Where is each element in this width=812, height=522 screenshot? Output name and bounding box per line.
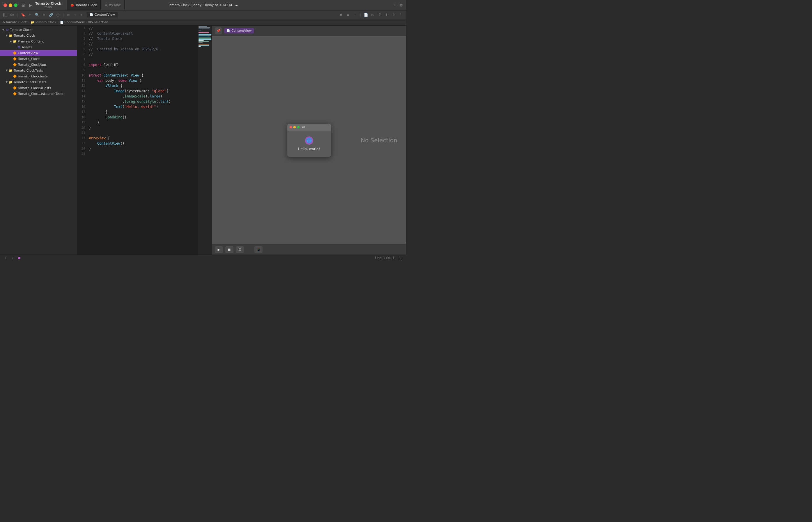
warning-button[interactable]: ⚠ bbox=[27, 12, 33, 18]
device-select-button[interactable]: 📱 bbox=[254, 246, 262, 253]
line-content: // bbox=[87, 52, 198, 57]
search-button[interactable]: 🔍 bbox=[34, 12, 40, 18]
minimap-toggle-button[interactable]: ⊟ bbox=[397, 255, 403, 261]
code-line: 9 bbox=[77, 67, 198, 73]
tab-my-mac[interactable]: 🖥 My Mac bbox=[101, 0, 124, 10]
inspector-toggle-button[interactable]: ⊟ bbox=[352, 12, 358, 18]
split-view-button[interactable]: ⧉ bbox=[400, 3, 402, 7]
code-line: 25 bbox=[77, 151, 198, 157]
bookmark-button[interactable]: 🔖 bbox=[20, 12, 26, 18]
line-number: 18 bbox=[77, 115, 87, 120]
code-line: 22#Preview { bbox=[77, 136, 198, 141]
add-filter-button[interactable]: + bbox=[3, 255, 9, 261]
add-file-button[interactable]: 📄 bbox=[363, 12, 369, 18]
sidebar-item-tomato-clock-folder[interactable]: 📁 Tomato Clock bbox=[0, 33, 77, 38]
compare-button[interactable]: ⇄ bbox=[338, 12, 344, 18]
add-tab-button[interactable]: ＋ bbox=[393, 2, 397, 8]
content-area: 1//2// ContentView.swift3// Tomato Clock… bbox=[77, 26, 406, 255]
globe-icon: 🌐 bbox=[305, 137, 313, 145]
svg-point-6 bbox=[12, 258, 13, 259]
line-number: 19 bbox=[77, 120, 87, 125]
line-number: 1 bbox=[77, 26, 87, 31]
swift-file-bc-icon: 📄 bbox=[60, 21, 63, 24]
line-number: 24 bbox=[77, 146, 87, 151]
preview-bottom-toolbar: ▶ ⏹ ⊞ 📱 bbox=[212, 244, 406, 255]
titlebar: ⊞ ▶ Tomato Clock main 🍅 Tomato Clock 🖥 M… bbox=[0, 0, 406, 11]
sidebar-item-tomato-clock-swift[interactable]: 🔶 Tomato_Clock bbox=[0, 56, 77, 62]
filter-button[interactable] bbox=[11, 255, 16, 261]
info-button[interactable]: ℹ bbox=[384, 12, 390, 18]
sidebar-item-launch-tests[interactable]: 🔶 Tomato_Cloc...tsLaunchTests bbox=[0, 91, 77, 97]
hide-sidebar-button[interactable] bbox=[2, 12, 8, 18]
line-number: 13 bbox=[77, 88, 87, 94]
pin-button[interactable]: 📌 bbox=[215, 27, 222, 34]
device-fullscreen-dot bbox=[297, 126, 299, 128]
sidebar-item-tomato-clock-root[interactable]: ⊙ Tomato Clock bbox=[0, 27, 77, 33]
code-line: 18 .padding() bbox=[77, 115, 198, 120]
diamond-button[interactable]: ◇ bbox=[41, 12, 47, 18]
more-button[interactable]: ⋮ bbox=[398, 12, 404, 18]
sidebar-item-clock-tests[interactable]: 🔶 Tomato_ClockTests bbox=[0, 73, 77, 79]
arrow-icon bbox=[5, 81, 9, 83]
breadcrumb-project[interactable]: ⊙ Tomato Clock bbox=[2, 20, 27, 24]
sidebar-item-assets[interactable]: ⊞ Assets bbox=[0, 44, 77, 50]
view-selector[interactable]: 📄 ContentView bbox=[224, 28, 254, 34]
play-button[interactable]: ▷ bbox=[370, 12, 376, 18]
run-button[interactable]: ▶ bbox=[29, 3, 32, 7]
minimize-button[interactable] bbox=[9, 3, 12, 7]
sidebar-item-label: Preview Content bbox=[18, 40, 77, 43]
line-number: 22 bbox=[77, 136, 87, 141]
tab-label-2: My Mac bbox=[108, 3, 121, 7]
sidebar-item-ui-tests[interactable]: 🔶 Tomato_ClockUITests bbox=[0, 85, 77, 91]
question-button[interactable]: ? bbox=[377, 12, 383, 18]
nav-forward-button[interactable]: › bbox=[79, 12, 84, 18]
sidebar-item-contentview[interactable]: 🔶 ContentView bbox=[0, 50, 77, 56]
nav-back-button[interactable]: ‹ bbox=[72, 12, 78, 18]
view-selector-label: ContentView bbox=[231, 29, 252, 33]
line-number: 12 bbox=[77, 83, 87, 88]
line-col-info: Line: 1 Col: 1 bbox=[375, 256, 394, 260]
play-preview-button[interactable]: ▶ bbox=[215, 246, 223, 253]
shape-button[interactable]: ○ bbox=[55, 12, 61, 18]
code-line: 16 Text("Hello, world!") bbox=[77, 104, 198, 109]
status-bar: + Line: 1 Col: 1 ⊟ bbox=[0, 255, 406, 261]
toolbar-separator-3 bbox=[360, 13, 361, 17]
bc-sep-1: › bbox=[28, 20, 29, 24]
sidebar-item-tomato-clock-app[interactable]: 🔶 Tomato_ClockApp bbox=[0, 62, 77, 67]
show-authors-button[interactable] bbox=[9, 12, 15, 18]
line-content bbox=[87, 57, 198, 62]
fullscreen-button[interactable] bbox=[14, 3, 18, 7]
sidebar-item-tests-folder[interactable]: 📁 Tomato ClockTests bbox=[0, 67, 77, 73]
breadcrumb-file[interactable]: 📄 ContentView bbox=[60, 20, 85, 24]
nav-grid-button[interactable]: ⊞ bbox=[66, 12, 72, 18]
code-line: 11 var body: some View { bbox=[77, 78, 198, 83]
sidebar-item-label: Tomato_ClockTests bbox=[18, 75, 77, 78]
code-line: 21 bbox=[77, 130, 198, 136]
breadcrumb-file-label: ContentView bbox=[64, 20, 85, 24]
open-file-tab[interactable]: 📄 ContentView bbox=[87, 12, 118, 18]
line-content: #Preview { bbox=[87, 136, 198, 141]
swift-icon: 🔶 bbox=[13, 86, 17, 90]
line-content: .foregroundStyle(.tint) bbox=[87, 99, 198, 104]
breadcrumb-folder[interactable]: 📁 Tomato Clock bbox=[31, 20, 56, 24]
sidebar-toggle-icon[interactable]: ⊞ bbox=[20, 2, 26, 9]
pause-preview-button[interactable]: ⏹ bbox=[225, 246, 233, 253]
line-number: 20 bbox=[77, 125, 87, 130]
code-editor[interactable]: 1//2// ContentView.swift3// Tomato Clock… bbox=[77, 26, 198, 255]
line-content: // bbox=[87, 41, 198, 46]
line-number: 17 bbox=[77, 109, 87, 115]
sidebar-item-preview-content[interactable]: 📁 Preview Content bbox=[0, 38, 77, 44]
share-button[interactable]: ↑ bbox=[391, 12, 397, 18]
toolbar: 🔖 ⚠ 🔍 ◇ 🔗 ○ ⊞ ‹ › 📄 ContentView ⇄ ≡ ⊟ 📄 … bbox=[0, 11, 406, 19]
grid-preview-button[interactable]: ⊞ bbox=[236, 246, 244, 253]
adjust-button[interactable]: ≡ bbox=[345, 12, 351, 18]
titlebar-right-controls: ＋ ⧉ bbox=[393, 2, 406, 8]
link-button[interactable]: 🔗 bbox=[48, 12, 54, 18]
tab-tomato-clock[interactable]: 🍅 Tomato Clock bbox=[67, 0, 100, 10]
sidebar-item-label: Assets bbox=[22, 45, 77, 49]
close-button[interactable] bbox=[3, 3, 7, 7]
sidebar-item-label: Tomato Clock bbox=[10, 28, 77, 32]
sidebar-item-uitests-folder[interactable]: 📁 Tomato ClockUITests bbox=[0, 79, 77, 85]
line-content bbox=[87, 67, 198, 73]
line-number: 6 bbox=[77, 52, 87, 57]
